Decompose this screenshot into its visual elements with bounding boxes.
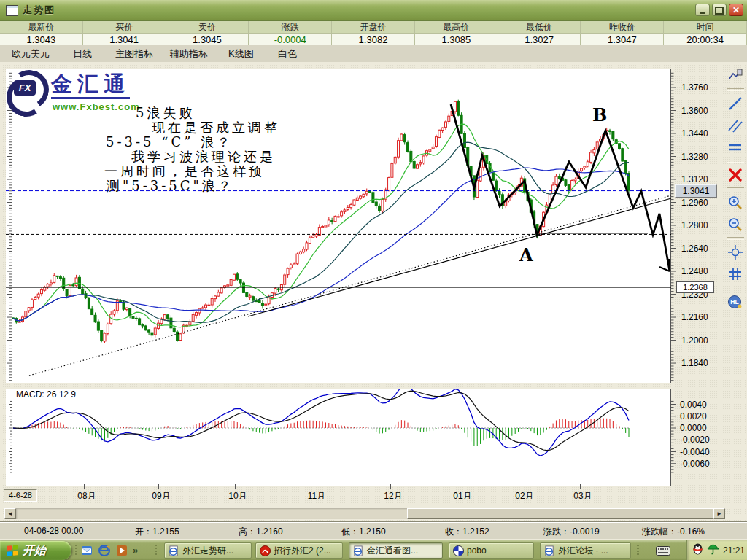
delete-drawing-tool-icon[interactable] [727, 166, 744, 184]
zoom-in-tool-icon[interactable] [727, 194, 744, 211]
system-tray: 21:21 [686, 540, 747, 560]
start-label: 开始 [23, 543, 46, 559]
quote-column-8: 昨收价1.3047 [581, 21, 664, 45]
svg-text:1.2960: 1.2960 [681, 198, 708, 208]
trendline-tool-icon[interactable] [727, 95, 744, 112]
svg-text:1.3440: 1.3440 [681, 128, 708, 139]
quote-column-3: 卖价1.3045 [166, 21, 249, 45]
antivirus-umbrella-tray-icon[interactable] [707, 543, 719, 558]
quote-value: 20:00:34 [664, 34, 746, 46]
logo-name: 金汇通 [51, 73, 130, 99]
scroll-right-button[interactable]: ► [713, 508, 725, 519]
quote-label: 最新价 [0, 21, 82, 34]
taskbar-task-3[interactable]: 金汇通看图... [349, 542, 443, 559]
x-axis-labels: 08月09月10月11月12月01月02月03月 [77, 491, 592, 501]
scrollbar-thumb[interactable] [407, 508, 713, 519]
crosshair-tool-icon[interactable] [727, 244, 744, 261]
menu-item-4[interactable]: 辅助指标 [167, 45, 211, 61]
taskbar-clock[interactable]: 21:21 [723, 545, 745, 556]
quick-launch-overflow-chevron[interactable]: » [133, 545, 138, 556]
start-button[interactable]: 开始 [0, 541, 71, 560]
menu-item-6[interactable]: 白色 [275, 45, 300, 61]
fx-emblem-icon: FX [9, 71, 42, 105]
menu-item-2[interactable]: 日线 [70, 45, 95, 61]
quote-label: 昨收价 [581, 21, 663, 34]
parallel-lines-tool-icon[interactable] [727, 117, 744, 134]
quote-column-6: 最高价1.3085 [415, 21, 498, 45]
annotation-line: 测"5-3-5C"浪？ [104, 179, 345, 193]
horizontal-lines-tool-icon[interactable] [727, 139, 744, 156]
menu-item-5[interactable]: K线图 [225, 45, 257, 61]
scroll-left-button[interactable]: ◄ [4, 508, 16, 519]
quote-value: 1.3085 [415, 34, 498, 46]
toolbar-separator [727, 237, 744, 240]
quote-value: 1.3047 [581, 34, 663, 46]
taskbar-task-1[interactable]: 外汇走势研... [164, 542, 252, 559]
taskbar-task-5[interactable]: 外汇论坛 - ... [540, 542, 631, 559]
status-field-2: 开：1.2155 [135, 526, 179, 538]
minimize-button[interactable] [695, 4, 710, 16]
window-icon [6, 5, 18, 16]
svg-text:-0.0020: -0.0020 [680, 435, 710, 445]
task-label: 金汇通看图... [367, 545, 418, 557]
grid-toggle-tool-icon[interactable] [727, 265, 744, 283]
quote-column-9: 时间20:00:34 [664, 21, 747, 45]
svg-text:HL: HL [730, 298, 738, 306]
desktop: { "window": { "title": "走势图" }, "quote_b… [0, 0, 747, 560]
status-field-5: 收：1.2152 [445, 526, 489, 538]
taskbar-grip [637, 545, 639, 556]
quick-launch-bar: » [80, 544, 138, 556]
close-button[interactable]: ✕ [729, 4, 743, 16]
svg-text:11月: 11月 [308, 491, 325, 501]
restore-button[interactable] [712, 4, 727, 16]
toolbar-separator [727, 88, 744, 91]
window-titlebar[interactable]: 走势图 ✕ [0, 0, 747, 21]
first-bar-date-box: 4-6-28 [4, 489, 37, 502]
high-low-tool-icon[interactable]: HL [727, 293, 744, 311]
svg-text:1.2480: 1.2480 [681, 266, 708, 276]
zoom-out-tool-icon[interactable] [727, 216, 744, 233]
svg-text:1.3600: 1.3600 [681, 106, 708, 116]
task-label: 招行外汇2 (2... [274, 545, 331, 557]
svg-text:1.2800: 1.2800 [681, 220, 708, 230]
status-field-7: 涨跌幅：-0.16% [642, 526, 705, 538]
wave-label-b[interactable]: B [592, 104, 607, 125]
quote-column-4: 涨跌-0.0004 [249, 21, 332, 45]
annotation-line: 一周时间，是否这样预 [104, 164, 345, 179]
quote-label: 最低价 [498, 21, 581, 34]
taskbar: 开始 » 外汇走势研...招行外汇2 (2...金汇通看图...pobo外汇论坛… [0, 540, 747, 560]
svg-text:-0.0040: -0.0040 [680, 447, 710, 457]
quote-column-5: 开盘价1.3082 [332, 21, 415, 45]
taskbar-task-4[interactable]: pobo [449, 542, 534, 559]
outlook-express-icon[interactable] [80, 544, 93, 556]
quote-value: 1.3027 [498, 34, 581, 46]
quote-label: 时间 [664, 21, 746, 34]
media-player-icon[interactable] [115, 544, 128, 556]
menu-item-1[interactable]: 欧元美元 [9, 45, 53, 61]
wave-label-a[interactable]: A [519, 244, 533, 265]
horizontal-scrollbar[interactable]: ◄ ► [4, 508, 725, 519]
quote-value: -0.0004 [249, 34, 331, 46]
annotation-line: 5-3-5 “C” 浪？ [104, 135, 345, 149]
svg-text:1.1840: 1.1840 [681, 358, 708, 368]
internet-explorer-icon[interactable] [98, 544, 110, 556]
quote-column-1: 最新价1.3043 [0, 21, 83, 45]
svg-text:0.0000: 0.0000 [680, 423, 707, 433]
toolbar-separator [727, 187, 744, 190]
keyboard-layout-icon[interactable] [656, 545, 670, 559]
pobo-icon [453, 545, 464, 556]
task-label: 外汇论坛 - ... [558, 545, 608, 557]
status-field-3: 高：1.2160 [239, 526, 283, 538]
menu-item-3[interactable]: 主图指标 [112, 45, 156, 61]
segment-draw-tool-icon[interactable] [727, 67, 744, 85]
svg-text:1.2160: 1.2160 [681, 312, 708, 322]
quote-value: 1.3045 [166, 34, 249, 46]
task-label: pobo [467, 545, 487, 556]
quote-label: 买价 [83, 21, 166, 34]
y-axis-labels: 1.37601.36001.34401.32801.31201.29601.28… [680, 82, 710, 469]
drawing-toolbar: HL [725, 65, 746, 313]
wave-note-annotation[interactable]: 5浪失败现在是否成立调整5-3-5 “C” 浪？我学习波浪理论还是一周时间，是否… [104, 106, 345, 193]
status-field-6: 涨跌：-0.0019 [543, 526, 600, 538]
taskbar-task-2[interactable]: 招行外汇2 (2... [255, 542, 343, 559]
messenger-tray-icon[interactable] [692, 543, 703, 558]
